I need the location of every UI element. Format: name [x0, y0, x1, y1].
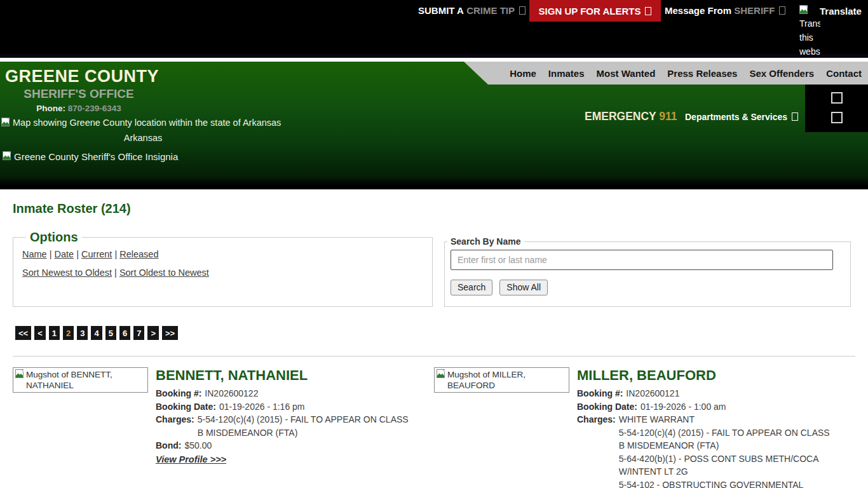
pagination-page-1[interactable]: 1: [49, 326, 60, 340]
pagination-next[interactable]: >: [147, 326, 159, 340]
social-icon-placeholder-1[interactable]: [831, 92, 843, 104]
message-from-sheriff-link[interactable]: Message From SHERIFF: [665, 5, 785, 16]
booking-number-value: IN202600122: [205, 387, 258, 400]
brand-block: GREENE COUNTY SHERIFF'S OFFICE Phone: 87…: [5, 67, 153, 113]
nav-item-home[interactable]: Home: [510, 68, 536, 79]
phone-label: Phone:: [36, 104, 65, 113]
mugshot-alt-text: Mugshot of MILLER, BEAUFORD: [447, 369, 549, 391]
pagination-page-4[interactable]: 4: [91, 326, 102, 340]
options-legend: Options: [26, 230, 82, 245]
pagination-page-5[interactable]: 5: [105, 326, 116, 340]
mugshot-broken-image[interactable]: Mugshot of BENNETT, NATHANIEL: [13, 367, 148, 393]
insignia-alt-text: Greene County Sheriff's Office Insignia: [14, 151, 178, 162]
booking-date-row: Booking Date: 01-19-2026 - 1:00 am: [577, 400, 855, 414]
departments-services-menu[interactable]: Departments & Services: [685, 112, 798, 122]
chevron-down-icon: [792, 112, 798, 121]
charges-row: Charges: 5-54-120(c)(4) (2015) - FAIL TO…: [156, 413, 424, 439]
nav-item-press-releases[interactable]: Press Releases: [667, 68, 737, 79]
bond-value: $50.00: [184, 439, 212, 452]
broken-image-icon: [799, 5, 810, 15]
view-profile-link[interactable]: View Profile >>>: [156, 454, 226, 464]
filter-date-link[interactable]: Date: [55, 249, 74, 259]
broken-image-icon: [3, 151, 13, 161]
pagination-last[interactable]: >>: [162, 326, 178, 340]
pagination-first[interactable]: <<: [15, 326, 31, 340]
charges-label: Charges:: [577, 413, 616, 488]
booking-number-row: Booking #: IN202600121: [577, 387, 855, 400]
pagination-page-3[interactable]: 3: [77, 326, 88, 340]
social-links-box: [805, 85, 868, 132]
booking-date-label: Booking Date:: [577, 400, 637, 414]
message-prefix: Message From: [665, 5, 731, 16]
charge-item: 5-54-120(c)(4) (2015) - FAIL TO APPEAR O…: [619, 426, 834, 452]
charge-item: 5-54-102 - OBSTRUCTING GOVERNMENTAL: [619, 478, 834, 488]
broken-image-icon: [15, 369, 25, 379]
nav-item-sex-offenders[interactable]: Sex Offenders: [749, 68, 814, 79]
charges-list: 5-54-120(c)(4) (2015) - FAIL TO APPEAR O…: [198, 413, 412, 439]
broken-image-icon: [1, 118, 11, 128]
filter-released-link[interactable]: Released: [119, 249, 158, 259]
pagination: << < 1 2 3 4 5 6 7 > >>: [15, 326, 178, 340]
county-name: GREENE COUNTY: [5, 67, 153, 86]
submit-crime-tip-link[interactable]: SUBMIT A CRIME TIP: [418, 5, 526, 16]
nav-item-most-wanted[interactable]: Most Wanted: [597, 68, 656, 79]
crime-tip-suffix: CRIME TIP: [466, 5, 515, 16]
booking-number-row: Booking #: IN202600122: [156, 387, 424, 400]
charges-row: Charges: WHITE WARRANT 5-54-120(c)(4) (2…: [577, 413, 855, 488]
external-link-icon: [519, 6, 526, 15]
translate-broken-image: Translate this website: [799, 5, 820, 55]
page-title: Inmate Roster (214): [13, 201, 131, 216]
pagination-page-6[interactable]: 6: [119, 326, 130, 340]
inmate-name-link[interactable]: MILLER, BEAUFORD: [577, 367, 855, 383]
insignia-broken-image: Greene County Sheriff's Office Insignia: [3, 151, 178, 162]
county-map-broken-image: Map showing Greene County location withi…: [1, 118, 281, 128]
sort-oldest-link[interactable]: Sort Oldest to Newest: [119, 268, 209, 278]
charges-label: Charges:: [156, 413, 194, 439]
options-fieldset: Options Name | Date | Current | Released…: [13, 230, 433, 307]
filter-current-link[interactable]: Current: [81, 249, 112, 259]
map-caption: Arkansas: [0, 133, 286, 143]
search-fieldset: Search By Name Search Show All: [444, 236, 851, 307]
pagination-page-7[interactable]: 7: [133, 326, 144, 340]
search-buttons-row: Search Show All: [451, 280, 850, 295]
charge-item: 5-64-420(b)(1) - POSS CONT SUBS METH/COC…: [619, 452, 834, 478]
filter-name-link[interactable]: Name: [22, 249, 47, 259]
pagination-page-2-current[interactable]: 2: [63, 326, 74, 340]
booking-number-value: IN202600121: [626, 387, 679, 400]
broken-image-icon: [437, 369, 447, 379]
social-icon-placeholder-2[interactable]: [831, 112, 843, 123]
booking-number-label: Booking #:: [577, 387, 623, 400]
inmate-details: MILLER, BEAUFORD Booking #: IN202600121 …: [577, 367, 855, 488]
filter-links-row: Name | Date | Current | Released: [22, 249, 432, 259]
charge-item: 5-54-120(c)(4) (2015) - FAIL TO APPEAR O…: [198, 414, 409, 438]
inmate-name-link[interactable]: BENNETT, NATHANIEL: [156, 367, 424, 383]
alerts-label: SIGN UP FOR ALERTS: [539, 6, 641, 17]
inmate-card-bennett: Mugshot of BENNETT, NATHANIEL BENNETT, N…: [13, 367, 424, 465]
charges-list: WHITE WARRANT 5-54-120(c)(4) (2015) - FA…: [619, 413, 834, 488]
mugshot-alt-text: Mugshot of BENNETT, NATHANIEL: [26, 369, 128, 391]
separator: |: [114, 249, 117, 259]
pagination-prev[interactable]: <: [34, 326, 46, 340]
search-button[interactable]: Search: [451, 280, 492, 295]
booking-number-label: Booking #:: [156, 387, 201, 400]
nav-item-inmates[interactable]: Inmates: [548, 68, 585, 79]
top-utility-bar: SUBMIT A CRIME TIP SIGN UP FOR ALERTS Me…: [0, 0, 868, 58]
sort-links-row: Sort Newest to Oldest | Sort Oldest to N…: [22, 268, 432, 278]
crime-tip-prefix: SUBMIT A: [418, 5, 464, 16]
search-legend: Search By Name: [447, 236, 524, 247]
separator: |: [114, 268, 117, 278]
sign-up-alerts-button[interactable]: SIGN UP FOR ALERTS: [529, 0, 661, 22]
section-divider: [13, 356, 855, 356]
emergency-911: EMERGENCY 911: [585, 110, 677, 123]
inmate-details: BENNETT, NATHANIEL Booking #: IN20260012…: [156, 367, 424, 465]
external-link-icon: [645, 7, 651, 15]
nav-item-contact[interactable]: Contact: [826, 68, 862, 79]
sort-newest-link[interactable]: Sort Newest to Oldest: [22, 268, 112, 278]
translate-alt-text: Translate this website: [799, 18, 820, 55]
phone-line: Phone: 870-239-6343: [5, 104, 153, 113]
search-input[interactable]: [451, 250, 833, 270]
inmate-card-miller: Mugshot of MILLER, BEAUFORD MILLER, BEAU…: [434, 367, 855, 488]
mugshot-broken-image[interactable]: Mugshot of MILLER, BEAUFORD: [434, 367, 569, 393]
show-all-button[interactable]: Show All: [499, 280, 548, 295]
emergency-label: EMERGENCY: [585, 110, 656, 123]
